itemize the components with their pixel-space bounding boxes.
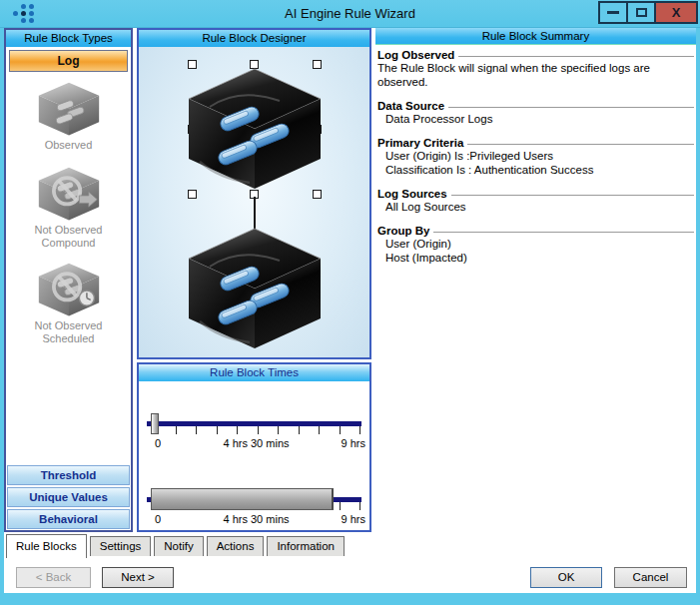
section-heading: Data Source: [377, 100, 444, 112]
section-line: User (Origin) Is :Privileged Users: [377, 149, 694, 163]
section-line: Data Processor Logs: [377, 112, 694, 126]
designer-panel-header: Rule Block Designer: [139, 30, 369, 47]
observed-cube-icon: [36, 81, 102, 139]
tab-rule-blocks[interactable]: Rule Blocks: [6, 534, 87, 558]
not-observed-scheduled-cube-icon: [36, 262, 102, 319]
type-not-observed-scheduled[interactable]: Not Observed Scheduled: [6, 262, 131, 345]
close-icon: X: [672, 5, 681, 20]
designer-canvas[interactable]: [139, 47, 369, 357]
summary-panel-header: Rule Block Summary: [375, 28, 696, 45]
summary-section-log-observed: Log Observed The Rule Block will signal …: [377, 49, 694, 89]
section-line: Host (Impacted): [377, 251, 694, 265]
section-line: User (Origin): [377, 237, 694, 251]
summary-section-group-by: Group By User (Origin) Host (Impacted): [377, 225, 694, 265]
behavioral-button[interactable]: Behavioral: [7, 509, 130, 529]
section-heading: Primary Criteria: [377, 137, 463, 149]
section-heading: Log Observed: [377, 49, 454, 61]
rule-block-cube[interactable]: [180, 227, 330, 350]
section-heading: Log Sources: [377, 188, 447, 200]
time-slider-range[interactable]: 0 4 hrs 30 mins 9 hrs: [139, 471, 369, 533]
maximize-button[interactable]: [626, 1, 656, 24]
section-line: All Log Sources: [377, 200, 694, 214]
tab-settings[interactable]: Settings: [90, 536, 152, 556]
cancel-button[interactable]: Cancel: [614, 567, 687, 588]
window-title: AI Engine Rule Wizard: [0, 6, 700, 21]
titlebar: AI Engine Rule Wizard X: [0, 0, 700, 28]
close-button[interactable]: X: [654, 1, 698, 24]
tab-bar: Rule Blocks Settings Notify Actions Info…: [6, 534, 345, 558]
times-panel-header: Rule Block Times: [139, 364, 369, 381]
next-button[interactable]: Next >: [102, 567, 174, 588]
rule-block-summary-panel: Rule Block Summary Log Observed The Rule…: [375, 28, 696, 532]
time-slider-single[interactable]: 0 4 hrs 30 mins 9 hrs: [139, 395, 369, 457]
rule-block-cube-selected[interactable]: [180, 67, 330, 191]
section-line: Classification Is : Authentication Succe…: [377, 163, 694, 177]
rule-block-types-panel: Rule Block Types Log Observed: [4, 28, 133, 532]
type-observed[interactable]: Observed: [6, 81, 131, 152]
back-button[interactable]: < Back: [16, 567, 91, 588]
not-observed-compound-cube-icon: [36, 166, 102, 224]
section-heading: Group By: [377, 225, 429, 237]
summary-section-data-source: Data Source Data Processor Logs: [377, 100, 694, 126]
tab-actions[interactable]: Actions: [207, 536, 265, 556]
tab-notify[interactable]: Notify: [154, 536, 203, 556]
threshold-button[interactable]: Threshold: [7, 465, 130, 485]
slider-label-end: 9 hrs: [342, 437, 365, 449]
selection-handle[interactable]: [188, 190, 197, 199]
type-not-observed-scheduled-label2: Scheduled: [43, 332, 95, 345]
rule-block-designer-panel: Rule Block Designer: [137, 28, 371, 359]
type-not-observed-scheduled-label: Not Observed: [35, 319, 103, 332]
selection-handle[interactable]: [313, 190, 322, 199]
slider-label-mid: 4 hrs 30 mins: [147, 513, 365, 525]
minimize-button[interactable]: [598, 1, 628, 24]
slider-ticks: [155, 426, 359, 435]
slider-label-end: 9 hrs: [342, 513, 365, 525]
rule-block-times-panel: Rule Block Times 0 4 hrs 30 mins 9 hrs 0…: [137, 362, 371, 532]
ok-button[interactable]: OK: [530, 567, 602, 588]
minimize-icon: [607, 11, 619, 14]
content-area: Rule Block Types Log Observed: [4, 28, 696, 593]
type-not-observed-compound[interactable]: Not Observed Compound: [6, 166, 131, 250]
types-panel-header: Rule Block Types: [6, 30, 131, 47]
slider-thumb[interactable]: [151, 413, 159, 434]
maximize-icon: [636, 8, 647, 17]
slider-label-mid: 4 hrs 30 mins: [147, 437, 365, 449]
ai-engine-rule-wizard-window: AI Engine Rule Wizard X Rule Block Types…: [0, 0, 700, 605]
unique-values-button[interactable]: Unique Values: [7, 487, 130, 507]
type-log-button[interactable]: Log: [9, 50, 128, 72]
type-observed-label: Observed: [45, 139, 93, 152]
summary-section-log-sources: Log Sources All Log Sources: [377, 188, 694, 214]
section-line: The Rule Block will signal when the spec…: [377, 61, 694, 89]
summary-section-primary-criteria: Primary Criteria User (Origin) Is :Privi…: [377, 137, 694, 177]
type-not-observed-compound-label2: Compound: [42, 237, 96, 250]
type-not-observed-compound-label: Not Observed: [35, 224, 103, 237]
slider-range-bar[interactable]: [151, 488, 334, 510]
tab-information[interactable]: Information: [267, 536, 345, 556]
